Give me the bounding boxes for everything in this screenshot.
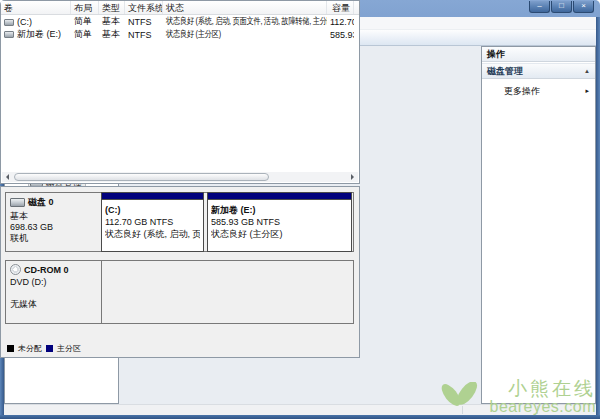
partition-name: (C:): [105, 204, 200, 216]
primary-partition-strip: [208, 193, 351, 200]
actions-header: 操作: [482, 47, 595, 62]
cdrom-0-row: CD-ROM 0 DVD (D:) 无媒体: [5, 260, 354, 324]
column-header-status[interactable]: 状态: [163, 1, 327, 14]
cdrom-0-label[interactable]: CD-ROM 0 DVD (D:) 无媒体: [6, 261, 102, 323]
more-actions-item[interactable]: 更多操作 ▸: [482, 83, 595, 99]
partition-status: 状态良好 (主分区): [211, 228, 348, 240]
horizontal-scrollbar[interactable]: [2, 172, 358, 182]
cdrom-icon: [10, 264, 21, 275]
graphical-view: 磁盘 0 基本 698.63 GB 联机 (C:) 112.70 GB NTFS…: [0, 186, 360, 358]
volume-icon: [4, 31, 14, 38]
volume-layout: 简单: [71, 28, 99, 41]
actions-panel: 操作 磁盘管理 ▲ 更多操作 ▸: [481, 46, 596, 404]
partition-e[interactable]: 新加卷 (E:) 585.93 GB NTFS 状态良好 (主分区): [207, 192, 352, 252]
volume-list: 卷 布局 类型 文件系统 状态 容量 (C:) 简单 基本 NTFS 状态良好 …: [0, 0, 360, 184]
partition-size: 112.70 GB NTFS: [105, 216, 200, 228]
disk-name: 磁盘 0: [28, 196, 54, 209]
scroll-right-icon: [351, 174, 357, 180]
volume-filesystem: NTFS: [125, 30, 163, 40]
column-header-layout[interactable]: 布局: [71, 1, 99, 14]
window-border-right: [596, 17, 600, 419]
computer-management-window: 计算机管理 – □ × 文件(F) 操作(A) 查看(V) 帮助(H) ?: [0, 0, 600, 419]
scrollbar-thumb[interactable]: [14, 173, 269, 181]
volume-filesystem: NTFS: [125, 17, 163, 27]
disk-icon: [10, 198, 25, 207]
close-button[interactable]: ×: [573, 1, 594, 13]
disk-size: 698.63 GB: [10, 222, 97, 233]
volume-capacity: 112.70: [327, 17, 354, 27]
primary-partition-color-swatch: [46, 345, 53, 352]
volume-type: 基本: [99, 28, 125, 41]
partition-status: 状态良好 (系统, 启动, 页面文件, 活动, 故障转储, 主分区): [105, 228, 200, 240]
volume-status: 状态良好 (主分区): [166, 28, 221, 41]
status-bar-divider: [462, 406, 463, 414]
legend-unallocated-label: 未分配: [18, 343, 42, 354]
disk-management-main: 卷 布局 类型 文件系统 状态 容量 (C:) 简单 基本 NTFS 状态良好 …: [0, 0, 360, 358]
more-actions-label: 更多操作: [504, 85, 540, 98]
cdrom-name: CD-ROM 0: [24, 265, 69, 275]
window-border-bottom: [0, 415, 600, 419]
partition-legend: 未分配 主分区: [7, 343, 81, 354]
cdrom-status: 无媒体: [10, 299, 97, 310]
status-bar-divider: [537, 406, 538, 414]
unallocated-color-swatch: [7, 345, 14, 352]
cdrom-drive-letter: DVD (D:): [10, 277, 97, 288]
volume-capacity: 585.93: [327, 30, 354, 40]
minimize-button[interactable]: –: [529, 1, 550, 13]
close-icon: ×: [581, 2, 586, 10]
scroll-left-icon: [3, 174, 9, 180]
legend-primary-label: 主分区: [57, 343, 81, 354]
disk-0-row: 磁盘 0 基本 698.63 GB 联机 (C:) 112.70 GB NTFS…: [5, 192, 354, 252]
column-header-filesystem[interactable]: 文件系统: [125, 1, 163, 14]
actions-section-disk-management[interactable]: 磁盘管理 ▲: [482, 63, 595, 79]
partition-name: 新加卷 (E:): [211, 204, 348, 216]
maximize-icon: □: [559, 2, 564, 10]
scroll-left-button[interactable]: [2, 172, 12, 182]
partition-c[interactable]: (C:) 112.70 GB NTFS 状态良好 (系统, 启动, 页面文件, …: [101, 192, 204, 252]
column-header-volume[interactable]: 卷: [1, 1, 71, 14]
volume-name: (C:): [17, 17, 32, 27]
window-controls: – □ ×: [529, 1, 594, 13]
disk-type: 基本: [10, 211, 97, 222]
column-header-type[interactable]: 类型: [99, 1, 125, 14]
primary-partition-strip: [102, 193, 203, 200]
disk-status: 联机: [10, 233, 97, 244]
volume-row-c[interactable]: (C:) 简单 基本 NTFS 状态良好 (系统, 启动, 页面文件, 活动, …: [1, 15, 359, 28]
scroll-right-button[interactable]: [348, 172, 358, 182]
volume-layout: 简单: [71, 15, 99, 28]
volume-status: 状态良好 (系统, 启动, 页面文件, 活动, 故障转储, 主分区): [166, 15, 327, 28]
column-header-capacity[interactable]: 容量: [327, 1, 354, 14]
volume-type: 基本: [99, 15, 125, 28]
disk-0-label[interactable]: 磁盘 0 基本 698.63 GB 联机: [6, 193, 102, 251]
maximize-button[interactable]: □: [551, 1, 572, 13]
volume-row-e[interactable]: 新加卷 (E:) 简单 基本 NTFS 状态良好 (主分区) 585.93: [1, 28, 359, 41]
volume-name: 新加卷 (E:): [17, 29, 61, 39]
status-bar: [4, 404, 596, 415]
volume-icon: [4, 19, 14, 26]
minimize-icon: –: [537, 2, 541, 10]
partition-size: 585.93 GB NTFS: [211, 216, 348, 228]
volume-list-header: 卷 布局 类型 文件系统 状态 容量: [1, 1, 359, 15]
collapse-section-icon[interactable]: ▲: [584, 68, 590, 74]
actions-section-label: 磁盘管理: [487, 65, 523, 78]
submenu-arrow-icon: ▸: [585, 87, 589, 95]
cdrom-empty-area: [102, 261, 353, 323]
